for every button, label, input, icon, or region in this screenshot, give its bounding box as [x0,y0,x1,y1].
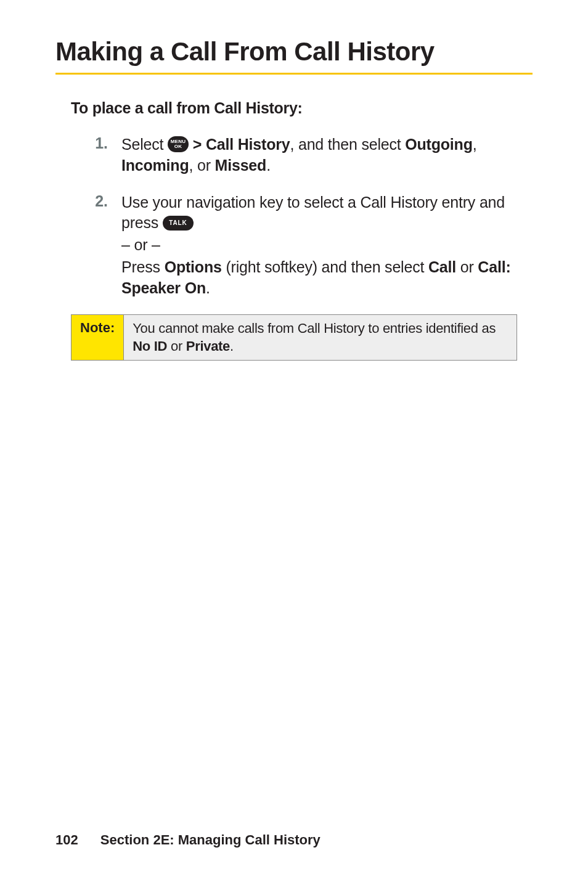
step-2: 2. Use your navigation key to select a C… [71,192,533,300]
step-1: 1. Select MENUOK > Call History, and the… [71,134,533,178]
text: , or [189,157,215,174]
page-footer: 102 Section 2E: Managing Call History [55,832,321,848]
page-heading: Making a Call From Call History [55,37,533,67]
page-number: 102 [55,832,78,847]
page: Making a Call From Call History To place… [0,0,588,882]
step-number: 2. [71,192,121,300]
menu-ok-icon: MENUOK [168,136,189,152]
text-bold: Incoming [121,157,189,174]
text: or [456,258,478,276]
text: (right softkey) and then select [222,258,428,276]
text: , and then select [290,136,405,153]
text: Press [121,258,165,276]
section-title: Section 2E: Managing Call History [100,832,321,847]
text-bold: Missed [215,157,267,174]
icon-text: TALK [169,219,187,227]
note-body: You cannot make calls from Call History … [124,315,517,360]
talk-icon: TALK [163,216,194,231]
note-label: Note: [71,315,124,360]
or-separator: – or – [121,235,533,256]
text: , [473,136,477,153]
steps-list: 1. Select MENUOK > Call History, and the… [71,134,533,300]
heading-rule [55,73,533,75]
text-bold: Private [186,338,230,354]
text: or [167,338,186,354]
step-number: 1. [71,134,121,178]
subheading: To place a call from Call History: [71,99,533,117]
text-bold: Options [165,258,222,276]
step-body: Use your navigation key to select a Call… [121,192,533,300]
note-box: Note: You cannot make calls from Call Hi… [71,314,517,361]
text-bold: No ID [133,338,167,354]
text: Select [121,136,168,153]
text: . [230,338,234,354]
icon-text-bottom: OK [174,144,182,149]
text: You cannot make calls from Call History … [133,321,496,336]
text-bold: Outgoing [405,136,472,153]
text-bold: > Call History [189,136,290,153]
text: . [266,157,271,174]
text: . [206,279,210,296]
step-body: Select MENUOK > Call History, and then s… [121,134,533,178]
text-bold: Call [428,258,456,276]
